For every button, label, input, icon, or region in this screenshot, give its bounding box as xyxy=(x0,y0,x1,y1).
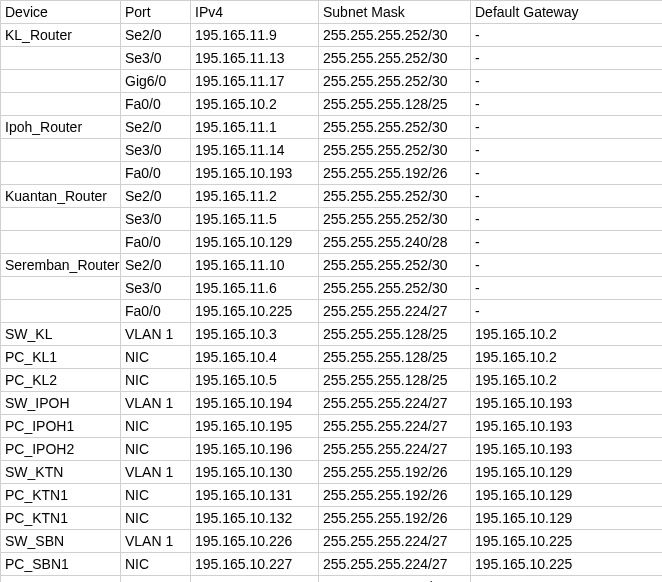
cell-device: PC_KTN1 xyxy=(1,484,121,507)
cell-ipv4: 195.165.10.132 xyxy=(191,507,319,530)
cell-port: Fa0/0 xyxy=(121,300,191,323)
cell-ipv4: 195.165.11.2 xyxy=(191,185,319,208)
cell-ipv4: 195.165.11.6 xyxy=(191,277,319,300)
table-row: PC_KL2NIC195.165.10.5255.255.255.128/251… xyxy=(1,369,663,392)
cell-device: SW_KL xyxy=(1,323,121,346)
cell-device: Kuantan_Router xyxy=(1,185,121,208)
cell-ipv4: 195.165.10.130 xyxy=(191,461,319,484)
cell-ipv4: 195.165.11.17 xyxy=(191,70,319,93)
cell-gateway: 195.165.10.129 xyxy=(471,461,663,484)
cell-gateway: 195.165.10.129 xyxy=(471,507,663,530)
cell-mask: 255.255.255.252/30 xyxy=(319,139,471,162)
cell-mask: 255.255.255.224/27 xyxy=(319,300,471,323)
table-row: Ipoh_RouterSe2/0195.165.11.1255.255.255.… xyxy=(1,116,663,139)
cell-gateway: 195.165.10.2 xyxy=(471,323,663,346)
cell-port: Fa0/0 xyxy=(121,231,191,254)
cell-device xyxy=(1,208,121,231)
cell-port: VLAN 1 xyxy=(121,323,191,346)
cell-device: Seremban_Router xyxy=(1,254,121,277)
cell-device xyxy=(1,139,121,162)
cell-gateway: 195.165.10.193 xyxy=(471,438,663,461)
cell-mask: 255.255.255.128/25 xyxy=(319,346,471,369)
cell-port: Se2/0 xyxy=(121,254,191,277)
cell-gateway: - xyxy=(471,185,663,208)
cell-gateway: - xyxy=(471,162,663,185)
cell-port: Se2/0 xyxy=(121,185,191,208)
cell-mask: 255.255.255.128/25 xyxy=(319,93,471,116)
cell-ipv4: 195.165.10.227 xyxy=(191,553,319,576)
cell-port: VLAN 1 xyxy=(121,392,191,415)
cell-mask: 255.255.255.252/30 xyxy=(319,24,471,47)
table-body: KL_RouterSe2/0195.165.11.9255.255.255.25… xyxy=(1,24,663,583)
cell-gateway: - xyxy=(471,300,663,323)
cell-device: KL_Router xyxy=(1,24,121,47)
cell-mask: 255.255.255.224/27 xyxy=(319,576,471,583)
table-row: Se3/0195.165.11.14255.255.255.252/30- xyxy=(1,139,663,162)
table-row: SW_SBNVLAN 1195.165.10.226255.255.255.22… xyxy=(1,530,663,553)
cell-port: Se3/0 xyxy=(121,208,191,231)
table-row: PC_KTN1NIC195.165.10.131255.255.255.192/… xyxy=(1,484,663,507)
cell-ipv4: 195.165.10.131 xyxy=(191,484,319,507)
cell-port: NIC xyxy=(121,484,191,507)
cell-gateway: - xyxy=(471,139,663,162)
cell-device: PC_KL1 xyxy=(1,346,121,369)
cell-ipv4: 195.165.10.129 xyxy=(191,231,319,254)
cell-mask: 255.255.255.252/30 xyxy=(319,208,471,231)
cell-device: PC_IPOH2 xyxy=(1,438,121,461)
cell-device: Ipoh_Router xyxy=(1,116,121,139)
cell-device: PC_SBN2 xyxy=(1,576,121,583)
table-row: Fa0/0195.165.10.2255.255.255.128/25- xyxy=(1,93,663,116)
cell-ipv4: 195.165.10.2 xyxy=(191,93,319,116)
table-row: PC_KL1NIC195.165.10.4255.255.255.128/251… xyxy=(1,346,663,369)
cell-ipv4: 195.165.10.225 xyxy=(191,300,319,323)
cell-gateway: 195.165.10.225 xyxy=(471,530,663,553)
cell-port: VLAN 1 xyxy=(121,530,191,553)
cell-mask: 255.255.255.252/30 xyxy=(319,254,471,277)
cell-device xyxy=(1,93,121,116)
cell-ipv4: 195.165.10.3 xyxy=(191,323,319,346)
cell-device xyxy=(1,231,121,254)
cell-mask: 255.255.255.252/30 xyxy=(319,70,471,93)
cell-port: NIC xyxy=(121,438,191,461)
cell-ipv4: 195.165.10.228 xyxy=(191,576,319,583)
cell-ipv4: 195.165.10.4 xyxy=(191,346,319,369)
table-row: PC_IPOH1NIC195.165.10.195255.255.255.224… xyxy=(1,415,663,438)
cell-mask: 255.255.255.240/28 xyxy=(319,231,471,254)
cell-gateway: - xyxy=(471,231,663,254)
cell-device: SW_KTN xyxy=(1,461,121,484)
cell-gateway: 195.165.10.193 xyxy=(471,392,663,415)
cell-mask: 255.255.255.224/27 xyxy=(319,415,471,438)
table-row: Seremban_RouterSe2/0195.165.11.10255.255… xyxy=(1,254,663,277)
cell-device xyxy=(1,47,121,70)
table-row: SW_IPOHVLAN 1195.165.10.194255.255.255.2… xyxy=(1,392,663,415)
cell-gateway: 195.165.10.193 xyxy=(471,415,663,438)
table-row: Se3/0195.165.11.6255.255.255.252/30- xyxy=(1,277,663,300)
cell-mask: 255.255.255.224/27 xyxy=(319,438,471,461)
cell-port: Fa0/0 xyxy=(121,162,191,185)
cell-mask: 255.255.255.192/26 xyxy=(319,484,471,507)
table-row: Se3/0195.165.11.13255.255.255.252/30- xyxy=(1,47,663,70)
cell-gateway: - xyxy=(471,277,663,300)
table-row: PC_KTN1NIC195.165.10.132255.255.255.192/… xyxy=(1,507,663,530)
table-row: Fa0/0195.165.10.225255.255.255.224/27- xyxy=(1,300,663,323)
network-table: Device Port IPv4 Subnet Mask Default Gat… xyxy=(0,0,662,582)
cell-mask: 255.255.255.252/30 xyxy=(319,116,471,139)
table-row: Se3/0195.165.11.5255.255.255.252/30- xyxy=(1,208,663,231)
cell-gateway: - xyxy=(471,47,663,70)
cell-mask: 255.255.255.224/27 xyxy=(319,530,471,553)
cell-mask: 255.255.255.192/26 xyxy=(319,461,471,484)
header-ipv4: IPv4 xyxy=(191,1,319,24)
cell-mask: 255.255.255.128/25 xyxy=(319,323,471,346)
cell-gateway: 195.165.10.225 xyxy=(471,576,663,583)
header-port: Port xyxy=(121,1,191,24)
cell-port: Gig6/0 xyxy=(121,70,191,93)
cell-gateway: - xyxy=(471,116,663,139)
header-mask: Subnet Mask xyxy=(319,1,471,24)
table-row: Gig6/0195.165.11.17255.255.255.252/30- xyxy=(1,70,663,93)
cell-port: Se3/0 xyxy=(121,47,191,70)
cell-ipv4: 195.165.11.10 xyxy=(191,254,319,277)
cell-gateway: - xyxy=(471,254,663,277)
cell-device xyxy=(1,277,121,300)
cell-ipv4: 195.165.11.1 xyxy=(191,116,319,139)
cell-device: PC_SBN1 xyxy=(1,553,121,576)
